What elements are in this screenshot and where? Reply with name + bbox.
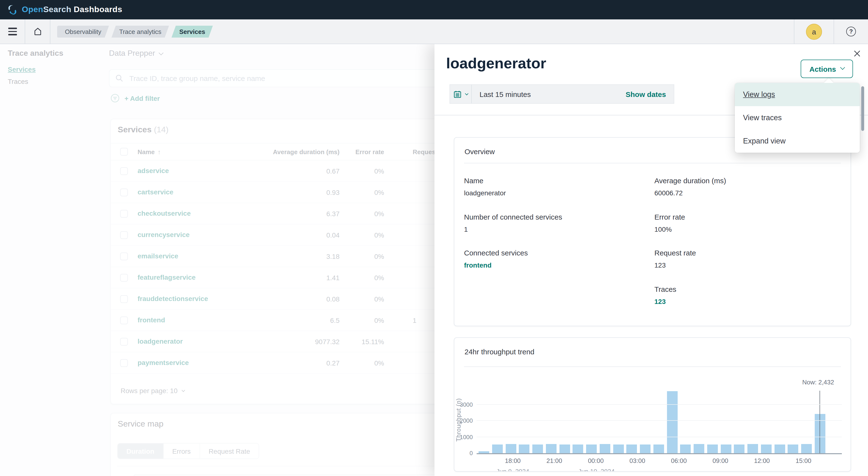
bar xyxy=(734,444,745,453)
field-value-link[interactable]: frontend xyxy=(464,261,528,269)
bar xyxy=(492,444,503,453)
menu-button[interactable] xyxy=(0,19,25,44)
divider xyxy=(464,366,841,367)
overview-field: Nameloadgenerator xyxy=(464,176,506,197)
nav-divider xyxy=(50,20,51,43)
field-label: Name xyxy=(464,176,506,185)
overview-panel: Overview NameloadgeneratorAverage durati… xyxy=(454,137,851,326)
help-icon[interactable]: ? xyxy=(846,27,856,36)
opensearch-dashboards-app: OpenSearchDashboards ObservabilityTrace … xyxy=(0,0,868,476)
actions-menu-items: View logsView tracesExpand view xyxy=(735,83,860,153)
overview-field: Error rate100% xyxy=(654,213,685,233)
bar xyxy=(667,391,677,453)
y-axis-tick: 3000 xyxy=(460,401,473,408)
x-axis-tick: 12:00 xyxy=(754,457,770,464)
overview-field: Connected servicesfrontend xyxy=(464,249,528,269)
breadcrumb-item[interactable]: Trace analytics xyxy=(112,25,169,37)
throughput-trend-panel: 24hr throughput trend Throughput (n) Now… xyxy=(454,337,851,472)
breadcrumbs: ObservabilityTrace analyticsServices xyxy=(57,25,213,37)
field-label: Request rate xyxy=(654,249,696,257)
bar xyxy=(546,444,557,453)
overview-field: Traces123 xyxy=(654,285,676,305)
bar xyxy=(788,444,799,453)
now-annotation-label: Now: 2,432 xyxy=(802,379,834,386)
opensearch-logo[interactable]: OpenSearchDashboards xyxy=(7,4,122,15)
divider xyxy=(464,163,841,163)
show-dates-link[interactable]: Show dates xyxy=(626,90,674,98)
hamburger-icon xyxy=(8,28,17,35)
field-label: Error rate xyxy=(654,213,685,221)
nav-right: a ? xyxy=(794,19,868,44)
x-axis-date-label: Jun 9, 2024 xyxy=(496,468,529,472)
bar xyxy=(801,444,812,453)
time-range-value[interactable]: Last 15 minutes xyxy=(472,90,626,98)
overview-title: Overview xyxy=(465,147,495,156)
field-label: Number of connected services xyxy=(464,213,562,221)
y-axis-tick: 0 xyxy=(470,450,473,456)
flyout-title: loadgenerator xyxy=(446,55,546,72)
bar xyxy=(707,444,718,453)
nav-bar: ObservabilityTrace analyticsServices a ? xyxy=(0,20,868,44)
bar xyxy=(505,444,516,453)
nav-divider xyxy=(834,19,834,44)
menu-item-view-traces[interactable]: View traces xyxy=(735,106,860,129)
bar xyxy=(559,444,570,453)
overview-field: Request rate123 xyxy=(654,249,696,269)
y-axis-tick: 2000 xyxy=(460,417,473,424)
y-axis-tick: 1000 xyxy=(460,434,473,440)
x-axis-tick: 09:00 xyxy=(713,457,728,464)
bar-series xyxy=(478,386,826,453)
close-flyout-button[interactable] xyxy=(851,48,862,59)
bar xyxy=(720,444,731,453)
x-axis-date-label: Jun 10, 2024 xyxy=(578,468,614,472)
quick-select-button[interactable] xyxy=(450,90,471,98)
field-label: Average duration (ms) xyxy=(654,176,726,185)
now-annotation-line xyxy=(819,391,820,453)
bar xyxy=(573,445,583,453)
bar xyxy=(761,444,772,453)
menu-item-view-logs[interactable]: View logs xyxy=(735,83,860,106)
time-range-picker: Last 15 minutes Show dates xyxy=(450,84,674,104)
field-value: 123 xyxy=(654,261,696,269)
home-button[interactable] xyxy=(25,19,50,44)
field-value-link[interactable]: 123 xyxy=(654,297,676,305)
x-axis-tick: 03:00 xyxy=(629,457,645,464)
actions-button[interactable]: Actions xyxy=(801,60,853,78)
avatar[interactable]: a xyxy=(806,24,822,39)
x-axis-tick: 06:00 xyxy=(671,457,687,464)
bar xyxy=(653,444,664,453)
gridline xyxy=(476,420,842,421)
field-value: loadgenerator xyxy=(464,189,506,197)
app-title: OpenSearchDashboards xyxy=(22,5,122,14)
menu-item-expand-view[interactable]: Expand view xyxy=(735,129,860,153)
home-icon xyxy=(33,27,42,36)
field-value: 100% xyxy=(654,225,685,233)
bar xyxy=(478,451,489,453)
chevron-down-icon xyxy=(465,92,468,95)
actions-menu: View logsView tracesExpand view xyxy=(735,83,860,153)
chevron-down-icon xyxy=(840,65,845,70)
throughput-chart: Throughput (n) Now: 2,432 0100020003000 xyxy=(476,386,842,454)
flyout-scrollbar-thumb[interactable] xyxy=(861,86,864,131)
field-value: 1 xyxy=(464,225,562,233)
gridline xyxy=(476,437,842,437)
bar xyxy=(693,444,704,453)
bar xyxy=(600,444,610,453)
breadcrumb-item[interactable]: Observability xyxy=(57,25,109,37)
bar xyxy=(586,444,597,453)
chart-title: 24hr throughput trend xyxy=(465,348,534,356)
bar xyxy=(626,444,637,453)
field-value: 60006.72 xyxy=(654,189,726,197)
field-label: Connected services xyxy=(464,249,528,257)
calendar-icon xyxy=(454,90,462,98)
x-axis-tick: 00:00 xyxy=(588,457,604,464)
bar xyxy=(680,444,691,453)
field-label: Traces xyxy=(654,285,676,293)
bar xyxy=(532,444,543,453)
breadcrumb-item[interactable]: Services xyxy=(172,25,213,37)
app-header: OpenSearchDashboards xyxy=(0,0,868,20)
close-icon xyxy=(853,50,861,57)
bar xyxy=(640,444,651,453)
bar xyxy=(613,444,624,453)
x-axis: 18:0021:0000:0003:0006:0009:0012:0015:00… xyxy=(476,457,842,472)
